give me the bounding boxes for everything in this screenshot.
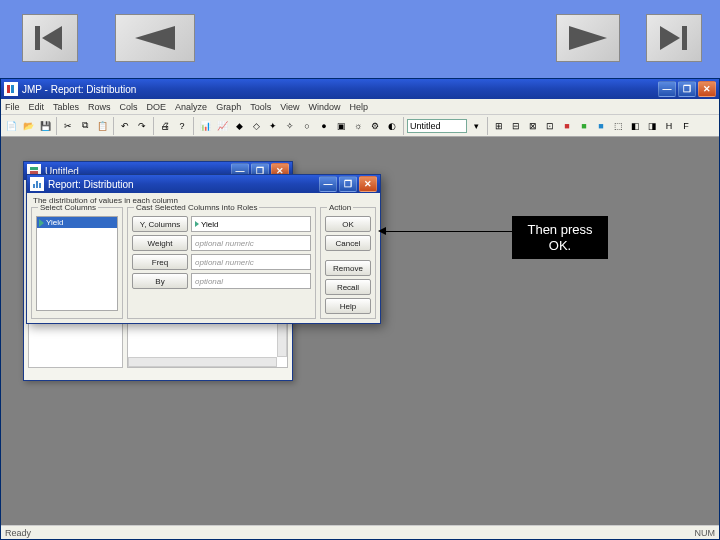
dialog-icon xyxy=(30,177,44,191)
by-button[interactable]: By xyxy=(132,273,188,289)
tb-new-icon[interactable]: 📄 xyxy=(3,118,19,134)
action-legend: Action xyxy=(327,203,353,212)
tb-g4-icon[interactable]: ⊡ xyxy=(542,118,558,134)
menu-window[interactable]: Window xyxy=(309,102,341,112)
select-columns-legend: Select Columns xyxy=(38,203,98,212)
tb-help-icon[interactable]: ? xyxy=(174,118,190,134)
tb-g6-icon[interactable]: ■ xyxy=(576,118,592,134)
ycolumns-button[interactable]: Y, Columns xyxy=(132,216,188,232)
app-maximize-button[interactable]: ❐ xyxy=(678,81,696,97)
menu-tools[interactable]: Tools xyxy=(250,102,271,112)
svg-rect-6 xyxy=(7,85,10,93)
app-titlebar: JMP - Report: Distribution — ❐ ✕ xyxy=(1,79,719,99)
tb-save-icon[interactable]: 💾 xyxy=(37,118,53,134)
menu-doe[interactable]: DOE xyxy=(147,102,167,112)
menu-help[interactable]: Help xyxy=(350,102,369,112)
last-slide-button[interactable] xyxy=(646,14,702,62)
tb-g11-icon[interactable]: H xyxy=(661,118,677,134)
tb-g5-icon[interactable]: ■ xyxy=(559,118,575,134)
tb-tool4-icon[interactable]: ✧ xyxy=(282,118,298,134)
tb-g12-icon[interactable]: F xyxy=(678,118,694,134)
tb-g3-icon[interactable]: ⊠ xyxy=(525,118,541,134)
tb-tool7-icon[interactable]: ▣ xyxy=(333,118,349,134)
tb-copy-icon[interactable]: ⧉ xyxy=(77,118,93,134)
app-icon xyxy=(4,82,18,96)
select-columns-fieldset: Select Columns Yield xyxy=(31,207,123,319)
menu-cols[interactable]: Cols xyxy=(120,102,138,112)
svg-marker-2 xyxy=(135,26,175,50)
tb-print-icon[interactable]: 🖨 xyxy=(157,118,173,134)
first-slide-button[interactable] xyxy=(22,14,78,62)
tb-tool8-icon[interactable]: ☼ xyxy=(350,118,366,134)
svg-rect-0 xyxy=(35,26,40,50)
weight-button[interactable]: Weight xyxy=(132,235,188,251)
toolbar: 📄 📂 💾 ✂ ⧉ 📋 ↶ ↷ 🖨 ? 📊 📈 ◆ ◇ ✦ ✧ ○ ● ▣ ☼ … xyxy=(1,115,719,137)
tb-redo-icon[interactable]: ↷ xyxy=(134,118,150,134)
annotation-arrow-head xyxy=(378,227,386,235)
app-title: JMP - Report: Distribution xyxy=(22,84,136,95)
svg-rect-12 xyxy=(36,181,38,188)
tb-g1-icon[interactable]: ⊞ xyxy=(491,118,507,134)
statusbar: Ready NUM xyxy=(1,525,719,539)
column-item-yield[interactable]: Yield xyxy=(37,217,117,228)
action-fieldset: Action OK Cancel Remove Recall Help xyxy=(320,207,376,319)
tb-cut-icon[interactable]: ✂ xyxy=(60,118,76,134)
tb-tool2-icon[interactable]: ◇ xyxy=(248,118,264,134)
tb-open-icon[interactable]: 📂 xyxy=(20,118,36,134)
app-minimize-button[interactable]: — xyxy=(658,81,676,97)
ok-button[interactable]: OK xyxy=(325,216,371,232)
recall-button[interactable]: Recall xyxy=(325,279,371,295)
tb-tool5-icon[interactable]: ○ xyxy=(299,118,315,134)
ycolumns-field[interactable]: Yield xyxy=(191,216,311,232)
tb-tool1-icon[interactable]: ◆ xyxy=(231,118,247,134)
cast-roles-fieldset: Cast Selected Columns into Roles Y, Colu… xyxy=(127,207,316,319)
tb-tool10-icon[interactable]: ◐ xyxy=(384,118,400,134)
menu-tables[interactable]: Tables xyxy=(53,102,79,112)
menubar: File Edit Tables Rows Cols DOE Analyze G… xyxy=(1,99,719,115)
app-close-button[interactable]: ✕ xyxy=(698,81,716,97)
dialog-title: Report: Distribution xyxy=(48,179,134,190)
distribution-dialog: Report: Distribution — ❐ ✕ The distribut… xyxy=(26,174,381,324)
tb-g10-icon[interactable]: ◨ xyxy=(644,118,660,134)
tb-g7-icon[interactable]: ■ xyxy=(593,118,609,134)
tb-undo-icon[interactable]: ↶ xyxy=(117,118,133,134)
toolbar-combo[interactable] xyxy=(407,119,467,133)
next-slide-button[interactable] xyxy=(556,14,620,62)
menu-graph[interactable]: Graph xyxy=(216,102,241,112)
svg-marker-3 xyxy=(569,26,607,50)
tb-tool6-icon[interactable]: ● xyxy=(316,118,332,134)
prev-slide-button[interactable] xyxy=(115,14,195,62)
dialog-close-button[interactable]: ✕ xyxy=(359,176,377,192)
menu-file[interactable]: File xyxy=(5,102,20,112)
tb-fit-icon[interactable]: 📈 xyxy=(214,118,230,134)
help-button[interactable]: Help xyxy=(325,298,371,314)
tb-g8-icon[interactable]: ⬚ xyxy=(610,118,626,134)
dialog-maximize-button[interactable]: ❐ xyxy=(339,176,357,192)
tb-tool9-icon[interactable]: ⚙ xyxy=(367,118,383,134)
horizontal-scrollbar[interactable] xyxy=(128,357,277,367)
menu-analyze[interactable]: Analyze xyxy=(175,102,207,112)
svg-rect-5 xyxy=(682,26,687,50)
column-list[interactable]: Yield xyxy=(36,216,118,311)
freq-field[interactable]: optional numeric xyxy=(191,254,311,270)
remove-button[interactable]: Remove xyxy=(325,260,371,276)
cancel-button[interactable]: Cancel xyxy=(325,235,371,251)
menu-view[interactable]: View xyxy=(280,102,299,112)
jmp-app-window: JMP - Report: Distribution — ❐ ✕ File Ed… xyxy=(0,78,720,540)
tb-paste-icon[interactable]: 📋 xyxy=(94,118,110,134)
weight-field[interactable]: optional numeric xyxy=(191,235,311,251)
tb-g2-icon[interactable]: ⊟ xyxy=(508,118,524,134)
tb-dist-icon[interactable]: 📊 xyxy=(197,118,213,134)
tb-g9-icon[interactable]: ◧ xyxy=(627,118,643,134)
svg-rect-11 xyxy=(33,184,35,188)
freq-button[interactable]: Freq xyxy=(132,254,188,270)
menu-edit[interactable]: Edit xyxy=(29,102,45,112)
svg-marker-1 xyxy=(42,26,62,50)
dialog-minimize-button[interactable]: — xyxy=(319,176,337,192)
tb-dropdown-icon[interactable]: ▾ xyxy=(468,118,484,134)
dialog-titlebar: Report: Distribution — ❐ ✕ xyxy=(27,175,380,193)
tb-tool3-icon[interactable]: ✦ xyxy=(265,118,281,134)
continuous-icon xyxy=(195,221,199,227)
menu-rows[interactable]: Rows xyxy=(88,102,111,112)
by-field[interactable]: optional xyxy=(191,273,311,289)
